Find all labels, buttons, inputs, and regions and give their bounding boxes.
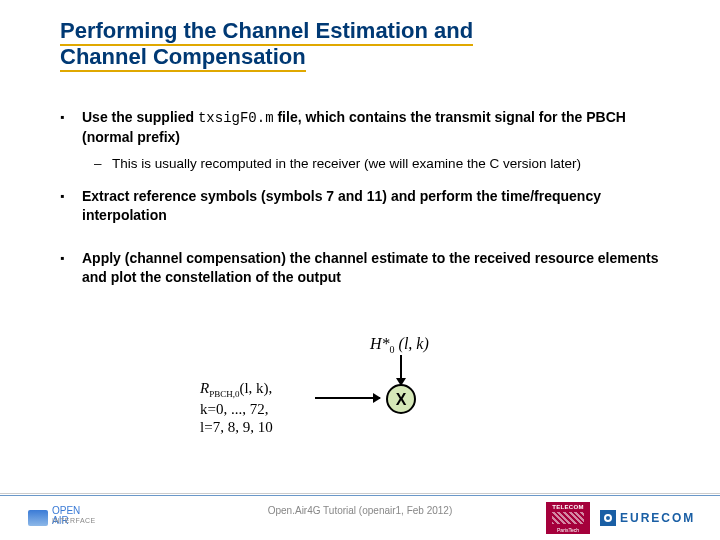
openair-icon [28, 510, 48, 526]
openair-logo: OPEN AIR INTERFACE [28, 504, 98, 532]
telecom-logo: TELECOM ParisTech [546, 502, 590, 534]
bullet-1-code: txsigF0.m [198, 110, 274, 126]
eurecom-text: EURECOM [620, 511, 695, 525]
slide-title: Performing the Channel Estimation and Ch… [60, 18, 660, 71]
r-line-2: k=0, ..., 72, [200, 401, 268, 417]
h-pre: H* [370, 335, 390, 352]
diagram: H*0 (l, k) X RPBCH,0(l, k), k=0, ..., 72… [60, 335, 660, 465]
arrow-down-icon [400, 355, 402, 385]
telecom-mid-icon [552, 512, 584, 524]
eurecom-logo: EURECOM [600, 508, 700, 530]
footer-divider-1 [0, 493, 720, 494]
r-line-3: l=7, 8, 9, 10 [200, 419, 273, 435]
telecom-top: TELECOM [546, 504, 590, 510]
bullet-1-pre: Use the supplied [82, 109, 198, 125]
openair-sub: INTERFACE [52, 517, 96, 524]
arrow-right-icon [315, 397, 380, 399]
r-sub: PBCH,0 [209, 389, 239, 399]
telecom-bot: ParisTech [546, 527, 590, 533]
slide: Performing the Channel Estimation and Ch… [0, 0, 720, 540]
eurecom-icon [600, 510, 616, 526]
footer-divider-2 [0, 495, 720, 496]
spacer [60, 233, 670, 249]
content-area: Use the supplied txsigF0.m file, which c… [60, 108, 670, 295]
r-args: (l, k), [239, 380, 272, 396]
bullet-1-sub: This is usually recomputed in the receiv… [60, 155, 670, 173]
bullet-1: Use the supplied txsigF0.m file, which c… [60, 108, 670, 147]
bullet-3: Apply (channel compensation) the channel… [60, 249, 670, 287]
bullet-2: Extract reference symbols (symbols 7 and… [60, 187, 670, 225]
r-pre: R [200, 380, 209, 396]
h-post: (l, k) [395, 335, 429, 352]
h-label: H*0 (l, k) [370, 335, 429, 355]
title-line-1: Performing the Channel Estimation and [60, 18, 473, 46]
title-line-2: Channel Compensation [60, 44, 306, 72]
r-input-label: RPBCH,0(l, k), k=0, ..., 72, l=7, 8, 9, … [200, 379, 273, 436]
multiplier-node: X [386, 384, 416, 414]
